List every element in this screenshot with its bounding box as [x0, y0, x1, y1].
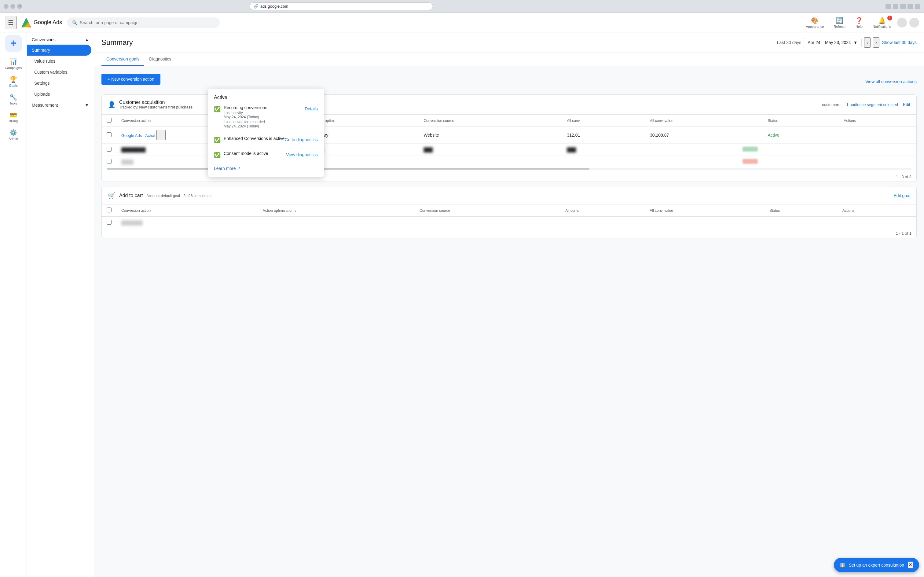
blurred-cart-source	[415, 217, 560, 229]
blurred-cart-name: ███████	[116, 217, 258, 229]
view-diagnostics-link[interactable]: View diagnostics	[286, 152, 318, 157]
sidebar-item-billing[interactable]: 💳 Billing	[2, 109, 24, 125]
details-link[interactable]: Details	[305, 106, 318, 111]
row-more-button[interactable]	[156, 130, 166, 140]
select-all-checkbox[interactable]	[107, 118, 111, 122]
customer-icon: 👤	[108, 101, 116, 108]
add-to-cart-table: Conversion action Action optimization ↓ …	[102, 205, 916, 229]
enhanced-label: Enhanced Conversions is active	[224, 136, 285, 141]
address-bar[interactable]: 🔗 ads.google.com	[250, 2, 433, 10]
blurred-type: ███	[309, 143, 419, 156]
col2-action-optim[interactable]: Action optimization ↓	[258, 205, 415, 217]
next-date-button[interactable]: ›	[873, 37, 879, 48]
blurred-status-3	[763, 156, 839, 168]
help-icon: ❓	[855, 17, 863, 24]
view-all-conversions-link[interactable]: View all conversion actions	[865, 79, 917, 84]
main-layout: ✚ 📊 Campaigns 🏆 Goals 🔧 Tools 💳 Billing …	[0, 32, 924, 577]
blurred-source: ███	[419, 143, 562, 156]
toast-close-button[interactable]: ✕	[908, 561, 913, 569]
select-all-checkbox-2[interactable]	[107, 208, 111, 213]
card-title-text: Customer acquisition Tracked by: New cus…	[119, 100, 193, 110]
tracked-by: Tracked by: New customer's first purchas…	[119, 105, 193, 110]
sidebar-item-campaigns[interactable]: 📊 Campaigns	[2, 56, 24, 72]
user-avatar[interactable]	[897, 18, 907, 27]
tools-icon: 🔧	[10, 93, 17, 101]
billing-label: Billing	[9, 119, 18, 123]
app-bar: ☰ Google Ads 🔍 🎨 Appearance 🔄 Refresh ❓ …	[0, 13, 924, 32]
forward-button[interactable]: ›	[10, 4, 15, 9]
active-status-popup: Active ✅ Recording conversions Last acti…	[208, 89, 324, 177]
col-actions: Actions	[839, 114, 916, 127]
back-button[interactable]: ‹	[4, 4, 8, 9]
popup-enhanced-row: ✅ Enhanced Conversions is active Go to d…	[214, 136, 318, 143]
conversion-name-link[interactable]: Google Ads - Achat	[121, 133, 155, 138]
row2-checkbox-1[interactable]	[107, 220, 111, 225]
help-button[interactable]: ❓ Help	[852, 15, 866, 30]
show-last-days-link[interactable]: Show last 30 days	[882, 40, 917, 45]
content-header: Summary Last 30 days Apr 24 – May 23, 20…	[94, 32, 924, 53]
edit-goal-link[interactable]: Edit goal	[894, 193, 910, 198]
account-default-goal-label[interactable]: Account-default goal	[146, 194, 180, 198]
date-controls: Last 30 days Apr 24 – May 23, 2024 ▼ ‹ ›…	[777, 37, 917, 48]
expert-consultation-toast: ℹ️ Set up an expert consultation ✕	[834, 558, 919, 572]
measurement-group[interactable]: Measurement ▼	[27, 100, 94, 111]
notifications-label: Notifications	[872, 25, 891, 28]
learn-more-link[interactable]: Learn more ↗	[214, 166, 318, 171]
popup-title: Active	[214, 95, 318, 100]
date-value: Apr 24 – May 23, 2024	[808, 40, 851, 45]
user-avatar-2[interactable]	[910, 18, 919, 27]
enhanced-check-icon: ✅	[214, 137, 221, 143]
collapse-icon[interactable]: ▲	[85, 37, 89, 42]
row-checkbox-1[interactable]	[107, 132, 111, 137]
ext-icon-1	[885, 4, 891, 9]
date-picker[interactable]: Apr 24 – May 23, 2024 ▼	[803, 38, 862, 47]
campaigns-label: Campaigns	[5, 66, 22, 70]
appearance-button[interactable]: 🎨 Appearance	[802, 15, 827, 30]
create-icon: ✚	[10, 39, 16, 48]
create-button[interactable]: ✚	[5, 35, 22, 52]
tabs-bar: Conversion goals Diagnostics	[94, 53, 924, 66]
tab-diagnostics[interactable]: Diagnostics	[144, 53, 176, 66]
sidebar-item-admin[interactable]: ⚙️ Admin	[2, 127, 24, 143]
add-to-cart-header: 🛒 Add to cart Account-default goal 3 of …	[102, 187, 916, 205]
refresh-button[interactable]: 🔄 Refresh	[830, 15, 850, 30]
blurred-conv-3	[562, 156, 645, 168]
go-to-diagnostics-link[interactable]: Go to diagnostics	[285, 137, 318, 142]
nav-item-settings[interactable]: Settings	[27, 77, 94, 89]
refresh-icon: 🔄	[836, 17, 844, 24]
billing-icon: 💳	[10, 111, 17, 119]
col2-all-conv: All conv.	[560, 205, 645, 217]
search-bar[interactable]: 🔍	[67, 18, 220, 28]
search-input[interactable]	[80, 20, 214, 25]
row-checkbox-2[interactable]	[107, 147, 111, 152]
toast-label: Set up an expert consultation	[849, 562, 904, 567]
nav-item-value-rules[interactable]: Value rules	[27, 56, 94, 67]
menu-button[interactable]: ☰	[5, 16, 16, 29]
recording-check-icon: ✅	[214, 106, 221, 113]
prev-date-button[interactable]: ‹	[864, 37, 871, 48]
nav-item-summary[interactable]: Summary	[27, 45, 91, 56]
audience-segment-link[interactable]: 1 audience segment selected	[847, 102, 898, 107]
tab-conversion-goals[interactable]: Conversion goals	[101, 53, 144, 66]
add-to-cart-title-area: 🛒 Add to cart Account-default goal 3 of …	[108, 192, 211, 199]
col-action-optim: Action optim.	[309, 114, 419, 127]
date-range-label: Last 30 days	[777, 40, 801, 45]
recording-label: Recording conversions	[224, 105, 267, 110]
popup-divider-2	[214, 147, 318, 147]
calendar-icon: ▼	[853, 40, 858, 45]
nav-item-uploads[interactable]: Uploads	[27, 89, 94, 100]
admin-label: Admin	[8, 137, 18, 140]
notifications-badge: 1	[887, 16, 892, 21]
campaigns-count-link[interactable]: 3 of 6 campaigns	[184, 194, 211, 198]
new-conversion-button[interactable]: + New conversion action	[101, 74, 160, 85]
col2-actions: Actions	[837, 205, 916, 217]
sidebar-item-goals[interactable]: 🏆 Goals	[2, 73, 24, 90]
learn-more-text: Learn more	[214, 166, 236, 171]
sidebar-item-tools[interactable]: 🔧 Tools	[2, 91, 24, 108]
row-checkbox-3[interactable]	[107, 159, 111, 164]
appearance-label: Appearance	[806, 25, 824, 28]
reload-button[interactable]: ↺	[17, 4, 22, 9]
nav-item-custom-variables[interactable]: Custom variables	[27, 67, 94, 77]
edit-customer-link[interactable]: Edit	[903, 102, 910, 107]
app-title: Google Ads	[34, 19, 62, 26]
